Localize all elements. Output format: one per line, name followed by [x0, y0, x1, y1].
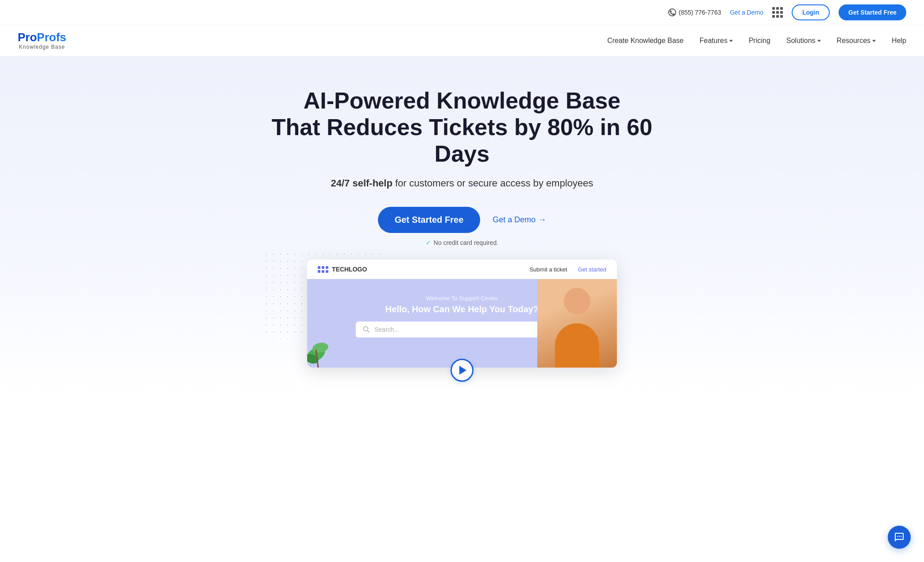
- nav-pricing[interactable]: Pricing: [749, 37, 770, 45]
- chevron-down-icon: [872, 40, 876, 42]
- logo-profs: Profs: [37, 31, 66, 44]
- no-credit-card-note: ✓ No credit card required.: [9, 239, 915, 246]
- get-demo-hero-button[interactable]: Get a Demo →: [493, 215, 546, 225]
- check-icon: ✓: [426, 239, 431, 246]
- hero-section: AI-Powered Knowledge Base That Reduces T…: [0, 57, 924, 395]
- nav-resources[interactable]: Resources: [837, 37, 876, 45]
- preview-top-links: Submit a ticket Get started: [529, 266, 606, 273]
- tech-logo-icon: [318, 266, 328, 273]
- play-icon: [459, 366, 466, 375]
- get-started-hero-button[interactable]: Get Started Free: [378, 207, 481, 233]
- nav-solutions[interactable]: Solutions: [786, 37, 821, 45]
- hero-headline: AI-Powered Knowledge Base That Reduces T…: [263, 88, 661, 167]
- svg-line-5: [368, 331, 370, 333]
- logo-pro: Pro: [18, 31, 37, 44]
- chevron-down-icon: [817, 40, 821, 42]
- nav-create-knowledge-base[interactable]: Create Knowledge Base: [607, 37, 684, 45]
- arrow-right-icon: →: [538, 215, 546, 225]
- person-illustration: [537, 279, 617, 368]
- top-bar: 📞 (855) 776-7763 Get a Demo Login Get St…: [0, 0, 924, 25]
- person-image: [537, 279, 617, 368]
- login-button[interactable]: Login: [792, 4, 830, 20]
- preview-card: TECHLOGO Submit a ticket Get started Wel…: [307, 260, 617, 368]
- nav-help[interactable]: Help: [892, 37, 906, 45]
- top-get-demo-link[interactable]: Get a Demo: [730, 9, 763, 16]
- logo-subtitle: Knowledge Base: [18, 44, 66, 50]
- nav-links: Create Knowledge Base Features Pricing S…: [607, 37, 906, 45]
- preview-search-bar[interactable]: Search...: [356, 322, 568, 337]
- nav-features[interactable]: Features: [700, 37, 733, 45]
- search-icon: [363, 326, 370, 333]
- play-button[interactable]: [450, 359, 474, 382]
- phone-icon: 📞: [668, 8, 676, 16]
- play-button-wrapper: [289, 359, 635, 382]
- main-nav: ProProfs Knowledge Base Create Knowledge…: [0, 25, 924, 57]
- preview-wrapper: TECHLOGO Submit a ticket Get started Wel…: [289, 260, 635, 382]
- get-started-top-button[interactable]: Get Started Free: [839, 4, 906, 20]
- phone-number: 📞 (855) 776-7763: [668, 8, 721, 16]
- grid-icon[interactable]: [772, 7, 783, 18]
- logo: ProProfs Knowledge Base: [18, 31, 66, 50]
- hero-cta-area: Get Started Free Get a Demo →: [9, 207, 915, 233]
- preview-top-bar: TECHLOGO Submit a ticket Get started: [307, 260, 617, 279]
- preview-hero-section: Welcome To Support Center Hello, How Can…: [307, 279, 617, 368]
- hero-subheadline: 24/7 self-help for customers or secure a…: [9, 178, 915, 189]
- tech-logo: TECHLOGO: [318, 266, 367, 273]
- chevron-down-icon: [729, 40, 733, 42]
